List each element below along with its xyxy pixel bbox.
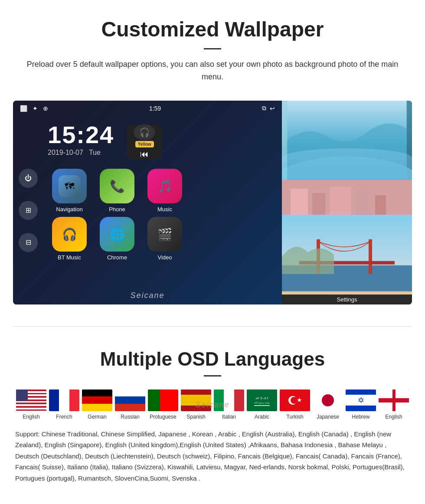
phone-icon: 📞	[100, 169, 134, 203]
support-text: Support: Chinese Traditional, Chinese Si…	[13, 429, 412, 484]
app-music[interactable]: 🎵 Music	[143, 169, 186, 213]
languages-title: Multiple OSD Languages	[13, 348, 412, 370]
android-ui-panel: ⬜ ✦ ⊕ 1:59 ⧉ ↩ ⏻ ⊞ ⊟ 15:2	[13, 101, 282, 304]
flag-label-hebrew: Hebrew	[352, 414, 369, 420]
svg-rect-10	[291, 189, 308, 215]
section-divider	[13, 326, 412, 327]
flag-uk-img	[379, 389, 409, 411]
wallpaper-city	[282, 180, 412, 215]
svg-text:🌐: 🌐	[110, 227, 125, 242]
svg-rect-13	[356, 191, 371, 215]
app-grid: 🗺 Navigation 📞 Phone	[48, 169, 278, 261]
flag-label-arabic: Arabic	[255, 414, 269, 420]
svg-text:🗺: 🗺	[65, 181, 75, 192]
svg-text:🎵: 🎵	[157, 179, 173, 193]
flag-item-german: German	[82, 389, 112, 420]
flag-france-img	[49, 389, 79, 411]
header-section: Customized Wallpaper Preload over 5 defa…	[0, 0, 425, 92]
flag-item-protuguese: Protuguese	[148, 389, 178, 420]
date-display: 2019-10-07 Tue	[48, 149, 114, 157]
chrome-icon: 🌐	[100, 217, 134, 252]
title-divider	[204, 48, 221, 49]
flags-row: English French	[13, 389, 412, 420]
svg-rect-20	[248, 390, 276, 410]
status-left-icons: ⬜ ✦ ⊕	[20, 105, 48, 112]
header-subtitle: Preload over 5 default wallpaper options…	[17, 58, 408, 83]
flag-label-english-uk: English	[385, 414, 402, 420]
flag-item-hebrew: ✡ Hebrew	[346, 389, 376, 420]
music-widget: 🎧 Yellow ⏮	[127, 124, 162, 159]
svg-text:📞: 📞	[110, 179, 125, 193]
device-watermark: Seicane	[130, 291, 164, 300]
languages-divider	[204, 375, 221, 376]
flag-usa	[16, 389, 46, 411]
app-chrome[interactable]: 🌐 Chrome	[95, 217, 139, 261]
device-screen: ⬜ ✦ ⊕ 1:59 ⧉ ↩ ⏻ ⊞ ⊟ 15:2	[13, 101, 412, 304]
flag-label-german: German	[88, 414, 106, 420]
svg-text:★: ★	[297, 396, 302, 403]
svg-text:لا إله إلا الله: لا إله إلا الله	[255, 397, 268, 400]
day-text: Tue	[89, 149, 101, 156]
video-icon: 🎬	[147, 217, 182, 252]
flag-italy-img	[214, 389, 244, 411]
flag-label-japanese: Japanese	[317, 414, 339, 420]
screenshot-container: ⬜ ✦ ⊕ 1:59 ⧉ ↩ ⏻ ⊞ ⊟ 15:2	[0, 92, 425, 313]
yellow-label: Yellow	[135, 141, 154, 147]
wallpaper-bridge	[282, 215, 412, 295]
skip-icon: ⏮	[140, 149, 149, 159]
bt-music-icon: 🎧	[52, 217, 87, 252]
wallpaper-ice	[282, 101, 412, 180]
bt-music-label: BT Music	[58, 254, 81, 261]
status-right-icons: ⧉ ↩	[262, 105, 275, 112]
wallpaper-panel: Settings	[282, 101, 412, 304]
app-video[interactable]: 🎬 Video	[143, 217, 186, 261]
svg-point-8	[282, 156, 412, 180]
video-label: Video	[157, 254, 172, 261]
chrome-label: Chrome	[107, 254, 127, 261]
back-icon: ↩	[270, 105, 275, 112]
navigation-label: Navigation	[56, 206, 82, 213]
flag-label-french: French	[56, 414, 72, 420]
svg-text:🎬: 🎬	[157, 227, 173, 242]
flag-label-russian: Russian	[121, 414, 139, 420]
app-navigation[interactable]: 🗺 Navigation	[48, 169, 91, 213]
flag-item-arabic: لا إله إلا الله محمد رسول الله Arabic	[247, 389, 277, 420]
music-app-icon: 🎵	[147, 169, 182, 203]
music-icon: 🎧	[134, 124, 155, 140]
flag-portugal-img	[148, 389, 178, 411]
flag-label-protuguese: Protuguese	[150, 414, 176, 420]
svg-rect-11	[312, 193, 325, 215]
svg-text:محمد رسول الله: محمد رسول الله	[254, 401, 270, 404]
flag-label-turkish: Turkish	[287, 414, 304, 420]
flag-label-english: English	[23, 414, 39, 420]
gps-icon: ⊕	[43, 105, 48, 112]
app-phone[interactable]: 📞 Phone	[95, 169, 139, 213]
flag-item-english-uk: English	[379, 389, 409, 420]
grid-button[interactable]: ⊞	[19, 201, 38, 220]
flag-germany-img	[82, 389, 112, 411]
settings-label: Settings	[282, 295, 412, 304]
flag-israel-img: ✡	[346, 389, 376, 411]
flag-saudi-img: لا إله إلا الله محمد رسول الله	[247, 389, 277, 411]
svg-rect-12	[330, 187, 351, 215]
recent-apps-icon: ⧉	[262, 105, 266, 112]
music-label: Music	[157, 206, 172, 213]
languages-section: Multiple OSD Languages English	[0, 340, 425, 497]
flag-japan-img	[313, 389, 343, 411]
flag-item-italian: Italian	[214, 389, 244, 420]
svg-text:🎧: 🎧	[62, 227, 77, 242]
settings-button[interactable]: ⊟	[19, 233, 38, 252]
flags-watermark-container: English French	[13, 389, 412, 420]
page-title: Customized Wallpaper	[17, 17, 408, 41]
flag-label-spanish: Spanish	[186, 414, 205, 420]
main-content: 15:24 2019-10-07 Tue 🎧 Yellow ⏮	[43, 116, 282, 265]
sidebar: ⏻ ⊞ ⊟	[13, 116, 43, 304]
power-button[interactable]: ⏻	[19, 169, 38, 188]
clock-display: 15:24	[48, 121, 114, 149]
status-time: 1:59	[149, 105, 161, 112]
navigation-icon: 🗺	[52, 169, 87, 203]
flag-turkey-img: ★	[280, 389, 310, 411]
flag-item-japanese: Japanese	[313, 389, 343, 420]
app-bt-music[interactable]: 🎧 BT Music	[48, 217, 91, 261]
flag-item-russian: Russian	[115, 389, 145, 420]
